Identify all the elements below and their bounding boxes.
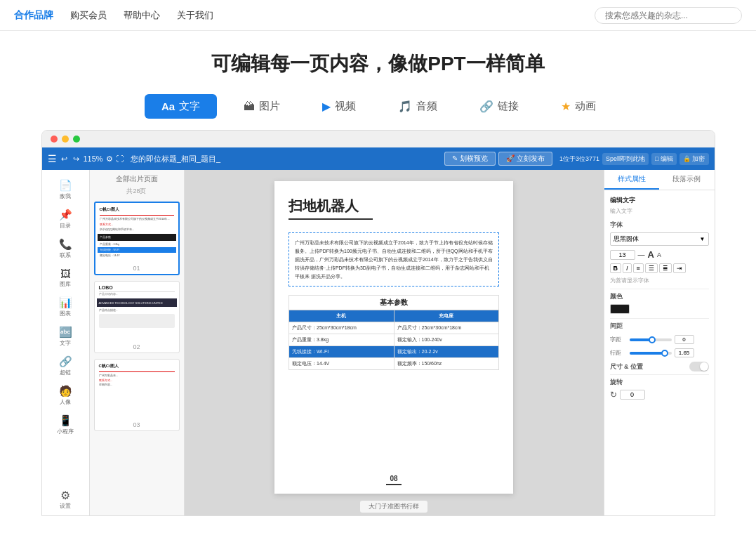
- rp-A-large[interactable]: A: [648, 249, 654, 260]
- rp-font-name[interactable]: 思黑圆体 ▼: [610, 232, 709, 246]
- rp-divider-3: [610, 374, 709, 375]
- sidebar-item-gallery[interactable]: 🖼 图库: [42, 264, 89, 291]
- toolbar-settings-icon[interactable]: ⚙: [106, 154, 113, 164]
- rotate-input[interactable]: [620, 390, 645, 400]
- chevron-down-icon: ▼: [700, 236, 705, 242]
- sidebar-item-person[interactable]: 🧑 人像: [42, 381, 89, 409]
- rp-edit-text-label: 编辑文字: [610, 196, 709, 205]
- size-pos-toggle[interactable]: [689, 362, 709, 371]
- tab-link-icon: 🔗: [479, 100, 493, 113]
- nav-item-about[interactable]: 关于我们: [177, 9, 213, 22]
- rp-color-row: [610, 304, 709, 314]
- table-row-2: 产品重量：3.8kg 额定输入：100-240v: [289, 334, 499, 346]
- align-left-btn[interactable]: ≡: [633, 263, 644, 273]
- tab-audio[interactable]: 🎵 音频: [383, 94, 453, 119]
- nav-item-buy[interactable]: 购买会员: [70, 9, 107, 22]
- char-spacing-slider-track[interactable]: [630, 338, 672, 341]
- rp-A-small[interactable]: A: [657, 251, 661, 258]
- pages-panel-count: 共28页: [94, 187, 180, 196]
- line-spacing-input[interactable]: [675, 348, 694, 357]
- sidebar-item-chart[interactable]: 📊 图表: [42, 293, 89, 321]
- size-pos-label: 尺寸 & 位置: [610, 362, 644, 371]
- nav-search-input[interactable]: [595, 7, 742, 24]
- link-icon: 🔗: [59, 355, 72, 368]
- rp-placeholder-label: 输入文字: [610, 207, 709, 215]
- text-label: 文字: [60, 339, 71, 347]
- table-cell-1-1: 产品尺寸：25cm*30cm*18cm: [289, 322, 394, 334]
- tab-image-icon: 🏔: [244, 100, 255, 113]
- tab-image-label: 图片: [259, 100, 280, 113]
- rp-color-box[interactable]: [610, 304, 630, 314]
- canvas-area[interactable]: 扫地机器人 广州万彩晶未技术有限公司旗下的云视频成立于2014年，致力于节上持有…: [185, 170, 604, 515]
- sidebar-settings[interactable]: ⚙ 设置: [60, 489, 71, 510]
- contact-label: 联系: [60, 251, 71, 259]
- toolbar-redo-icon[interactable]: ↪: [72, 154, 81, 164]
- dot-green: [73, 136, 80, 143]
- toolbar-preview-btn[interactable]: ✎ 划横预览: [444, 152, 496, 166]
- dot-yellow: [62, 136, 69, 143]
- canvas-text-box[interactable]: 广州万彩晶未技术有限公司旗下的云视频成立于2014年，致力于节上持有省役充站时候…: [289, 232, 499, 287]
- link-label: 超链: [60, 369, 71, 376]
- miniapp-icon: 📱: [59, 414, 72, 427]
- right-panel-tab-style[interactable]: 样式属性: [604, 170, 660, 190]
- table-cell-1-2: 产品尺寸：25cm*30cm*18cm: [394, 322, 499, 334]
- sidebar-item-contact[interactable]: 📞 联系: [42, 235, 89, 263]
- char-spacing-slider-thumb[interactable]: [649, 336, 656, 343]
- sidebar-item-link[interactable]: 🔗 超链: [42, 352, 89, 380]
- tab-image[interactable]: 🏔 图片: [228, 94, 296, 119]
- char-spacing-input[interactable]: [675, 335, 694, 344]
- rotate-icon: ↻: [610, 390, 617, 400]
- tab-video[interactable]: ▶ 视频: [307, 94, 371, 119]
- italic-btn[interactable]: I: [623, 263, 632, 273]
- nav-item-help[interactable]: 帮助中心: [124, 9, 160, 22]
- page-thumb-1[interactable]: C帆Ci图人 广州万彩晶未技术有限公司旗下的云视频成立于2014年... 联系方…: [94, 202, 180, 275]
- rp-rotate-row: ↻: [610, 390, 709, 400]
- canvas-page-title[interactable]: 扫地机器人: [289, 197, 373, 220]
- feature-tabs: Aa 文字 🏔 图片 ▶ 视频 🎵 音频 🔗 链接 ★ 动画: [0, 88, 756, 130]
- toolbar-menu-icon[interactable]: ☰: [48, 153, 57, 164]
- person-icon: 🧑: [59, 385, 72, 397]
- sidebar-left: 📄 敌我 📌 目录 📞 联系 🖼 图库 📊 图表 🔤 文字: [42, 170, 90, 515]
- rp-multiline-label: 为善请显示字体: [610, 277, 709, 284]
- sidebar-item-miniapp[interactable]: 📱 小程序: [42, 411, 89, 439]
- sidebar-item-toc[interactable]: 📌 目录: [42, 205, 89, 233]
- editor-frame: ☰ ↩ ↪ 115% ⚙ ⛶ 您的即位标题_相同_题目_ ✎ 划横预览 🚀 立刻…: [41, 130, 715, 516]
- align-center-btn[interactable]: ☰: [645, 263, 658, 273]
- toolbar-expand-icon[interactable]: ⛶: [116, 154, 124, 163]
- toc-label: 目录: [60, 222, 71, 230]
- right-panel-tab-paragraph[interactable]: 段落示例: [659, 170, 715, 190]
- tab-link[interactable]: 🔗 链接: [464, 94, 534, 119]
- canvas-table: 主机 充电座 产品尺寸：25cm*30cm*18cm 产品尺寸：25cm*30c…: [289, 310, 499, 370]
- person-label: 人像: [60, 398, 71, 406]
- tab-animation[interactable]: ★ 动画: [545, 94, 611, 119]
- tab-audio-label: 音频: [416, 100, 437, 113]
- tab-text[interactable]: Aa 文字: [145, 94, 217, 119]
- rp-divider-2: [610, 318, 709, 319]
- pages-panel-title: 全部出片页面: [94, 174, 180, 184]
- canvas-footer-bar[interactable]: 大门子准图书行样: [360, 501, 427, 513]
- indent-btn[interactable]: ⇥: [673, 263, 686, 273]
- rp-font-size-input[interactable]: [610, 250, 635, 260]
- line-spacing-slider-thumb[interactable]: [661, 350, 668, 357]
- line-spacing-slider-fill: [630, 352, 663, 355]
- toolbar-help-item[interactable]: Spell即到此地: [602, 153, 649, 165]
- toolbar-lock-item[interactable]: 🔒 加密: [679, 153, 709, 165]
- rp-dash-icon: —: [638, 251, 645, 258]
- canvas-page: 扫地机器人 广州万彩晶未技术有限公司旗下的云视频成立于2014年，致力于节上持有…: [274, 181, 513, 494]
- rp-font-section: 字体: [610, 220, 709, 230]
- line-spacing-slider-track[interactable]: [630, 352, 672, 355]
- sidebar-item-pages[interactable]: 📄 敌我: [42, 176, 89, 204]
- line-spacing-label: 行距: [610, 349, 627, 357]
- rp-font-size-row: — A A: [610, 249, 709, 260]
- sidebar-item-text[interactable]: 🔤 文字: [42, 322, 89, 350]
- tab-video-icon: ▶: [322, 100, 331, 113]
- bold-btn[interactable]: B: [610, 263, 622, 273]
- toolbar-publish-btn[interactable]: 🚀 立刻发布: [498, 152, 552, 166]
- toolbar-edit-item[interactable]: □ 编辑: [651, 153, 677, 165]
- toolbar-undo-icon[interactable]: ↩: [60, 154, 69, 164]
- align-right-btn[interactable]: ≣: [659, 263, 672, 273]
- nav-brand[interactable]: 合作品牌: [14, 9, 53, 22]
- page-thumb-2[interactable]: LOBO 产品介绍内容... ADVANCED TECHNOLOGY SOLUT…: [94, 281, 180, 353]
- table-cell-4-1: 额定电压：14.4V: [289, 358, 394, 370]
- page-thumb-3[interactable]: C帆Ci图人 广州万彩晶未... 联系方式... 详细内容... 03: [94, 359, 180, 431]
